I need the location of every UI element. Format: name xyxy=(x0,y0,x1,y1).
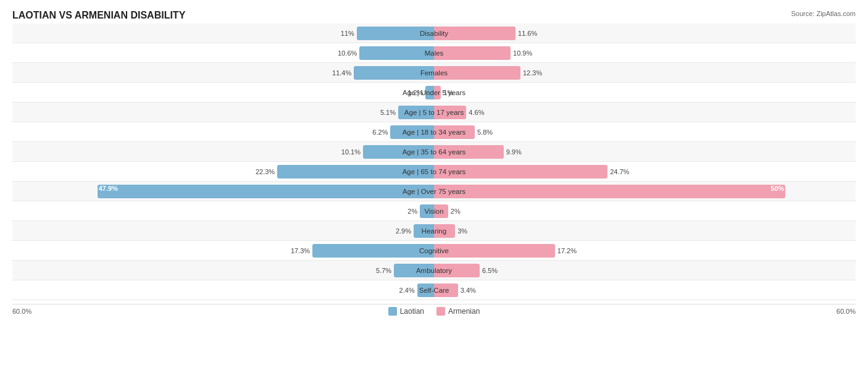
right-half: 1% xyxy=(434,85,856,101)
left-value: 2.4% xyxy=(399,287,415,294)
pink-bar xyxy=(434,284,458,297)
pink-bar xyxy=(434,106,466,119)
pink-bar xyxy=(434,86,441,99)
blue-bar xyxy=(363,145,434,159)
left-value: 10.1% xyxy=(341,148,361,156)
right-value: 5.8% xyxy=(477,128,493,136)
blue-bar xyxy=(398,106,434,119)
left-value: 22.3% xyxy=(256,168,275,175)
pink-bar xyxy=(434,46,511,60)
bar-row: 10.1%9.9%Age | 35 to 64 years xyxy=(12,142,856,162)
bar-row: 47.9%50%Age | Over 75 years xyxy=(12,182,856,201)
right-value: 10.9% xyxy=(513,49,532,57)
right-half: 17.2% xyxy=(434,243,856,259)
legend-box-laotian xyxy=(388,307,397,316)
legend-label-armenian: Armenian xyxy=(448,307,480,316)
bar-row: 10.6%10.9%Males xyxy=(12,43,856,63)
bar-row: 1.2%1%Age | Under 5 years xyxy=(12,83,856,103)
blue-bar xyxy=(354,66,434,80)
right-value: 4.6% xyxy=(469,109,484,116)
left-half: 47.9% xyxy=(12,183,434,200)
pink-bar xyxy=(434,145,504,159)
pink-bar: 50% xyxy=(434,185,785,198)
chart-area: 11%11.6%Disability10.6%10.9%Males11.4%12… xyxy=(12,23,856,300)
right-half: 11.6% xyxy=(434,25,856,41)
left-value: 47.9% xyxy=(99,185,118,192)
left-value: 5.7% xyxy=(376,267,391,274)
blue-bar: 47.9% xyxy=(98,185,434,198)
right-value: 9.9% xyxy=(506,148,522,156)
left-half: 5.7% xyxy=(12,262,434,279)
right-half: 2% xyxy=(434,203,856,219)
legend-box-armenian xyxy=(436,307,445,316)
blue-bar xyxy=(312,244,434,258)
bar-row: 22.3%24.7%Age | 65 to 74 years xyxy=(12,162,856,182)
right-value: 11.6% xyxy=(518,30,537,37)
pink-bar xyxy=(434,165,607,178)
right-half: 3.4% xyxy=(434,282,856,298)
blue-bar xyxy=(359,46,434,60)
right-value: 6.5% xyxy=(482,267,498,274)
blue-bar xyxy=(417,284,434,297)
left-half: 10.6% xyxy=(12,45,434,61)
right-value: 3.4% xyxy=(461,287,476,294)
left-value: 11% xyxy=(341,30,354,37)
chart-footer: 60.0% Laotian Armenian 60.0% xyxy=(12,304,856,318)
left-value: 1.2% xyxy=(407,89,423,96)
bar-row: 17.3%17.2%Cognitive xyxy=(12,241,856,261)
blue-bar xyxy=(420,204,434,218)
bar-row: 2.9%3%Hearing xyxy=(12,221,856,241)
right-value: 12.3% xyxy=(523,69,542,77)
bar-row: 5.1%4.6%Age | 5 to 17 years xyxy=(12,103,856,122)
bar-row: 2.4%3.4%Self-Care xyxy=(12,280,856,300)
right-half: 6.5% xyxy=(434,262,856,279)
bar-row: 11.4%12.3%Females xyxy=(12,63,856,83)
bar-row: 11%11.6%Disability xyxy=(12,23,856,43)
legend: Laotian Armenian xyxy=(388,307,480,316)
chart-container: LAOTIAN VS ARMENIAN DISABILITY Source: Z… xyxy=(12,10,856,318)
footer-scale-right: 60.0% xyxy=(837,308,856,315)
right-value: 24.7% xyxy=(610,168,629,175)
blue-bar xyxy=(425,86,434,99)
blue-bar xyxy=(414,224,434,238)
blue-bar xyxy=(357,27,434,40)
legend-laotian: Laotian xyxy=(388,307,424,316)
bar-row: 2%2%Vision xyxy=(12,201,856,221)
bar-row: 6.2%5.8%Age | 18 to 34 years xyxy=(12,122,856,142)
bar-row: 5.7%6.5%Ambulatory xyxy=(12,261,856,280)
pink-bar xyxy=(434,204,448,218)
chart-title: LAOTIAN VS ARMENIAN DISABILITY xyxy=(12,10,185,21)
left-half: 17.3% xyxy=(12,243,434,259)
left-half: 11% xyxy=(12,25,434,41)
left-value: 11.4% xyxy=(332,69,351,77)
left-value: 2% xyxy=(407,208,417,215)
right-half: 9.9% xyxy=(434,144,856,160)
blue-bar xyxy=(390,125,434,139)
pink-bar xyxy=(434,244,555,258)
left-half: 1.2% xyxy=(12,85,434,101)
left-value: 10.6% xyxy=(338,49,357,57)
pink-bar xyxy=(434,66,520,80)
left-half: 2% xyxy=(12,203,434,219)
right-half: 3% xyxy=(434,223,856,239)
left-value: 6.2% xyxy=(372,128,388,136)
pink-bar xyxy=(434,264,480,277)
right-value: 3% xyxy=(457,227,467,235)
blue-bar xyxy=(394,264,434,277)
left-half: 10.1% xyxy=(12,144,434,160)
left-half: 2.4% xyxy=(12,282,434,298)
footer-scale-left: 60.0% xyxy=(12,308,31,315)
right-value: 2% xyxy=(451,208,461,215)
right-value: 50% xyxy=(770,185,784,192)
right-value: 1% xyxy=(443,89,453,96)
left-half: 5.1% xyxy=(12,104,434,120)
left-value: 17.3% xyxy=(291,247,310,254)
right-value: 17.2% xyxy=(557,247,577,254)
legend-label-laotian: Laotian xyxy=(400,307,424,316)
legend-armenian: Armenian xyxy=(436,307,480,316)
pink-bar xyxy=(434,27,515,40)
right-half: 50% xyxy=(434,183,856,200)
right-half: 10.9% xyxy=(434,45,856,61)
right-half: 4.6% xyxy=(434,104,856,120)
left-half: 2.9% xyxy=(12,223,434,239)
